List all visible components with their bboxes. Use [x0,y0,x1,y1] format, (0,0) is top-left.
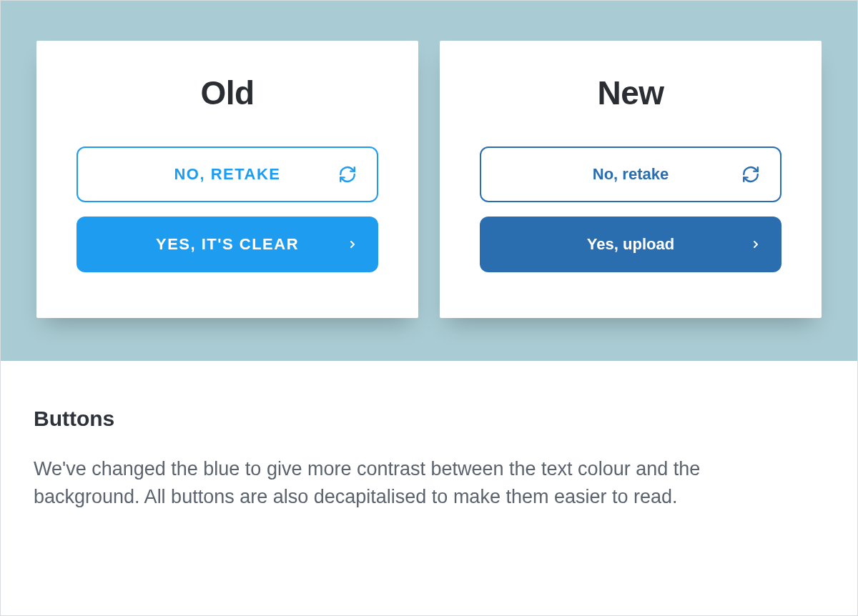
old-confirm-button[interactable]: YES, IT'S CLEAR [77,217,378,272]
chevron-right-icon [750,236,761,253]
old-confirm-label: YES, IT'S CLEAR [156,235,299,254]
old-retake-button[interactable]: NO, RETAKE [77,146,378,202]
old-card: Old NO, RETAKE YES, IT'S CLEAR [36,41,418,318]
caption-body: We've changed the blue to give more cont… [34,455,792,511]
comparison-figure: Old NO, RETAKE YES, IT'S CLEAR [0,0,858,616]
new-confirm-button[interactable]: Yes, upload [480,217,781,272]
new-card: New No, retake Yes, upload [440,41,822,318]
new-confirm-label: Yes, upload [587,235,674,254]
comparison-panel: Old NO, RETAKE YES, IT'S CLEAR [1,1,857,361]
caption-heading: Buttons [34,407,824,431]
new-card-title: New [597,74,664,112]
refresh-icon [338,165,357,184]
new-retake-label: No, retake [593,165,669,184]
caption-section: Buttons We've changed the blue to give m… [1,361,857,540]
old-card-title: Old [200,74,254,112]
old-retake-label: NO, RETAKE [174,165,280,184]
chevron-right-icon [347,236,358,253]
new-retake-button[interactable]: No, retake [480,146,781,202]
refresh-icon [741,165,760,184]
